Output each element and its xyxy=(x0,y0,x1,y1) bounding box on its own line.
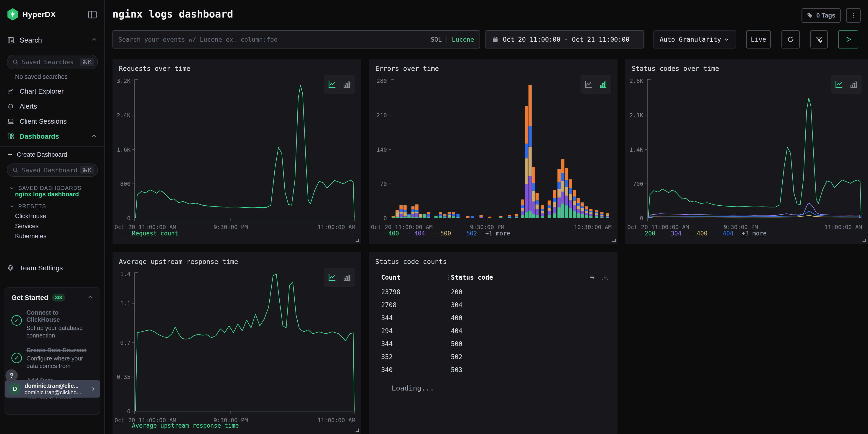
legend-item[interactable]: — 500 xyxy=(433,230,451,237)
line-chart-icon[interactable] xyxy=(328,273,337,282)
line-chart-icon[interactable] xyxy=(584,80,593,89)
hyperdx-logo-icon xyxy=(7,8,19,21)
legend-item[interactable]: — 404 xyxy=(407,230,425,237)
live-button[interactable]: Live xyxy=(746,30,771,49)
svg-text:Oct 20 11:00:00 AM: Oct 20 11:00:00 AM xyxy=(115,224,176,230)
lucene-toggle[interactable]: Lucene xyxy=(452,36,474,43)
get-started-step[interactable]: ✓ Create Data Sources Configure where yo… xyxy=(11,347,93,370)
sql-toggle[interactable]: SQL xyxy=(431,36,442,43)
sidebar-item-client-sessions[interactable]: Client Sessions xyxy=(0,115,104,128)
chart-legend: — 400— 404— 500— 502+1 more xyxy=(381,230,510,237)
tags-button[interactable]: 0 Tags xyxy=(802,8,841,23)
svg-text:280: 280 xyxy=(377,78,387,84)
svg-text:1.1: 1.1 xyxy=(120,300,130,307)
chevron-up-icon xyxy=(91,132,97,141)
saved-dashboards-input[interactable]: Saved Dashboards ⌘K xyxy=(7,163,98,177)
legend-more-link[interactable]: +1 more xyxy=(485,230,510,237)
sidebar-item-services[interactable]: Services xyxy=(15,223,39,230)
resize-handle[interactable] xyxy=(863,239,866,242)
sidebar-section-search[interactable]: Search xyxy=(0,33,104,48)
svg-text:70: 70 xyxy=(380,181,387,187)
download-icon[interactable] xyxy=(601,274,609,281)
run-query-button[interactable] xyxy=(838,30,858,49)
group-presets[interactable]: PRESETS xyxy=(9,203,46,210)
panel-title: Requests over time xyxy=(119,65,190,72)
sidebar-collapse-icon[interactable] xyxy=(87,9,98,20)
column-header-status-code[interactable]: Status code xyxy=(451,274,493,281)
legend-more-link[interactable]: +3 more xyxy=(742,230,767,237)
sidebar-item-clickhouse[interactable]: ClickHouse xyxy=(15,213,46,220)
refresh-icon xyxy=(787,35,795,43)
chart-legend: — Average upstream response time xyxy=(125,422,239,429)
svg-text:1.4: 1.4 xyxy=(120,271,130,277)
cell-status-code: 502 xyxy=(451,353,462,361)
sidebar-item-chart-explorer[interactable]: Chart Explorer xyxy=(0,85,104,98)
legend-item[interactable]: — 400 xyxy=(381,230,399,237)
shortcut-badge: ⌘K xyxy=(80,58,94,66)
get-started-badge: 3/3 xyxy=(52,294,65,302)
filter-button[interactable] xyxy=(810,30,828,49)
more-menu-button[interactable] xyxy=(846,8,861,23)
search-section-icon xyxy=(7,36,15,44)
panel-avg-upstream-response-time: Average upstream response time 00.350.71… xyxy=(113,252,361,434)
resize-handle[interactable] xyxy=(356,429,359,432)
query-language-switch[interactable]: SQL|Lucene xyxy=(431,36,474,43)
create-dashboard-button[interactable]: Create Dashboard xyxy=(0,149,104,160)
controls-bar: Search your events w/ Lucene ex. column:… xyxy=(113,30,862,49)
bar-chart-icon[interactable] xyxy=(342,80,351,89)
column-resize-grip[interactable]: ⋮ xyxy=(445,274,451,281)
legend-item[interactable]: — Average upstream response time xyxy=(125,422,239,429)
loading-indicator: Loading... xyxy=(392,384,434,392)
chart-type-toggle xyxy=(324,268,355,287)
upstream-chart: 00.350.71.11.4Oct 20 11:00:00 AM9:30:00 … xyxy=(113,252,361,432)
chevron-down-icon xyxy=(723,36,730,42)
user-name: dominic.tran@clic... xyxy=(25,382,87,389)
chevron-up-icon[interactable] xyxy=(87,294,93,301)
resize-handle[interactable] xyxy=(612,239,616,242)
bar-chart-icon[interactable] xyxy=(849,80,859,89)
svg-text:2.4K: 2.4K xyxy=(117,112,130,119)
legend-item[interactable]: — 304 xyxy=(663,230,681,237)
legend-item[interactable]: — 502 xyxy=(459,230,477,237)
table-row: 340503 xyxy=(369,366,618,379)
bar-chart-icon[interactable] xyxy=(342,273,351,282)
play-icon xyxy=(844,36,852,43)
search-input[interactable]: Search your events w/ Lucene ex. column:… xyxy=(113,30,480,49)
sidebar-item-dashboards[interactable]: Dashboards xyxy=(0,130,104,143)
sidebar-item-team-settings[interactable]: Team Settings xyxy=(0,261,104,275)
user-menu[interactable]: D dominic.tran@clic... dominic.tran@clic… xyxy=(5,380,100,398)
search-icon xyxy=(12,59,19,65)
group-saved-dashboards[interactable]: SAVED DASHBOARDS xyxy=(9,185,82,191)
legend-item[interactable]: — 200 xyxy=(638,230,655,237)
table-row: 294404 xyxy=(369,327,618,340)
table-row: 344400 xyxy=(369,314,618,327)
cell-count: 344 xyxy=(381,314,393,322)
no-saved-searches-label: No saved searches xyxy=(15,73,68,81)
sidebar-item-kubernetes[interactable]: Kubernetes xyxy=(15,233,46,240)
table-header: Count ⋮ Status code xyxy=(369,274,618,287)
bar-chart-icon[interactable] xyxy=(598,80,608,89)
legend-item[interactable]: — Request count xyxy=(125,230,178,237)
line-chart-icon[interactable] xyxy=(328,80,337,89)
legend-item[interactable]: — 400 xyxy=(690,230,708,237)
line-chart-icon[interactable] xyxy=(834,80,844,89)
wrap-lines-icon[interactable] xyxy=(589,274,596,281)
granularity-select[interactable]: Auto Granularity xyxy=(653,30,736,49)
svg-text:0: 0 xyxy=(127,408,130,415)
resize-handle[interactable] xyxy=(356,239,359,242)
get-started-step[interactable]: ✓ Connect to ClickHouse Set up your data… xyxy=(11,309,93,339)
column-header-count[interactable]: Count xyxy=(381,274,400,281)
table-row: 344500 xyxy=(369,340,618,353)
sidebar-item-alerts[interactable]: Alerts xyxy=(0,100,104,113)
time-range-picker[interactable]: Oct 20 11:00:00 - Oct 21 11:00:00 xyxy=(486,30,644,49)
legend-item[interactable]: — 404 xyxy=(716,230,734,237)
panel-status-codes-over-time: Status codes over time 07001.4K2.1K2.8KO… xyxy=(625,59,868,244)
saved-searches-input[interactable]: Saved Searches ⌘K xyxy=(7,55,98,69)
chart-legend: — 200— 304— 400— 404+3 more xyxy=(638,230,767,237)
divider xyxy=(0,146,104,147)
search-placeholder: Search your events w/ Lucene ex. column:… xyxy=(118,36,431,43)
help-button[interactable]: ? xyxy=(5,369,18,382)
sidebar-item-nginx-dashboard[interactable]: nginx logs dashboard xyxy=(15,191,79,198)
refresh-button[interactable] xyxy=(781,30,800,49)
brand-name: HyperDX xyxy=(22,10,56,19)
